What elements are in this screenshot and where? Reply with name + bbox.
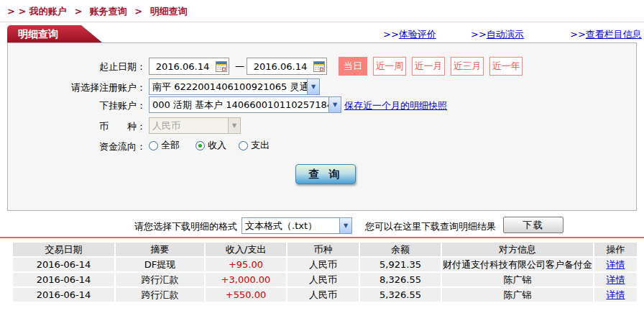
radio-icon[interactable]: [149, 141, 158, 150]
sub-account-value: 000 活期 基本户 1406600101102571848: [150, 99, 328, 112]
cell-summary: 跨行汇款: [116, 273, 204, 286]
breadcrumb: > > 我的账户 > 账务查询 > 明细查询: [7, 5, 188, 18]
col-header-date: 交易日期: [13, 243, 114, 256]
detail-link[interactable]: 详情: [607, 274, 625, 285]
breadcrumb-prefix: > >: [7, 6, 26, 17]
flow-option-label: 支出: [251, 139, 270, 152]
currency-value: 人民币: [150, 119, 228, 132]
date-from-input[interactable]: 2016.06.14: [149, 58, 229, 75]
date-to-value: 2016.06.14: [247, 61, 313, 72]
download-format-value: 文本格式（.txt）: [242, 220, 339, 233]
date-to-input[interactable]: 2016.06.14: [247, 58, 327, 75]
flow-option-expense[interactable]: 支出: [239, 139, 270, 152]
currency-select: 人民币 ▼: [149, 117, 241, 134]
cell-date: 2016-06-14: [13, 258, 114, 271]
range-button-month[interactable]: 近一月: [412, 57, 445, 76]
link-label: 查看栏目信息: [586, 29, 642, 40]
chevron-down-icon[interactable]: ▼: [328, 97, 341, 112]
column-info-link[interactable]: >>查看栏目信息: [570, 28, 642, 41]
detail-link[interactable]: 详情: [607, 259, 625, 270]
chevron-down-icon: ▼: [228, 118, 240, 133]
currency-label: 币 种：: [8, 120, 146, 133]
link-prefix: >>: [570, 29, 586, 40]
register-account-label: 请选择注册账户：: [8, 81, 146, 94]
download-format-select[interactable]: 文本格式（.txt） ▼: [242, 217, 352, 234]
breadcrumb-item-my-account[interactable]: 我的账户: [29, 6, 67, 17]
range-button-today[interactable]: 当日: [339, 57, 367, 76]
tab-title: 明细查询: [18, 28, 58, 40]
cell-counterparty: 陈广锦: [442, 273, 593, 286]
cell-summary: DF提现: [116, 258, 204, 271]
save-snapshot-link[interactable]: 保存近一个月的明细快照: [344, 99, 447, 112]
range-button-3months[interactable]: 近三月: [451, 57, 484, 76]
chevron-down-icon[interactable]: ▼: [307, 79, 319, 94]
register-account-value: 南平 6222001406100921065 灵通卡: [150, 81, 307, 94]
sub-account-label: 下挂账户：: [8, 99, 146, 112]
query-button[interactable]: 查 询: [295, 164, 356, 184]
cell-summary: 跨行汇款: [116, 288, 204, 302]
breadcrumb-item-detail-query[interactable]: 明细查询: [150, 6, 188, 17]
breadcrumb-separator: >: [134, 6, 142, 17]
chevron-down-icon[interactable]: ▼: [339, 218, 351, 233]
flow-option-all[interactable]: 全部: [149, 139, 180, 152]
radio-icon[interactable]: [239, 141, 248, 150]
col-header-action: 操作: [594, 243, 637, 256]
experience-review-link[interactable]: >>体验评价: [383, 28, 436, 41]
flow-option-income[interactable]: 收入: [196, 139, 226, 152]
download-result-label: 您可以在这里下载查询明细结果: [365, 220, 496, 233]
download-button[interactable]: 下载: [503, 217, 564, 233]
table-row: 2016-06-14 DF提现 +95.00 人民币 5,921.35 财付通支…: [13, 258, 637, 271]
cell-counterparty: 财付通支付科技有限公司客户备付金: [442, 258, 593, 271]
tab-detail-query[interactable]: 明细查询: [7, 25, 102, 42]
cell-date: 2016-06-14: [13, 273, 114, 286]
register-account-select[interactable]: 南平 6222001406100921065 灵通卡 ▼: [149, 78, 320, 95]
link-prefix: >>: [471, 29, 487, 40]
table-row: 2016-06-14 跨行汇款 +550.00 人民币 5,326.55 陈广锦…: [13, 288, 637, 302]
detail-link[interactable]: 详情: [607, 289, 625, 300]
range-button-year[interactable]: 近一年: [489, 57, 523, 76]
table-row: 2016-06-14 跨行汇款 +3,000.00 人民币 8,326.55 陈…: [13, 273, 637, 286]
col-header-balance: 余额: [360, 243, 441, 256]
table-top-divider: [0, 237, 644, 238]
cell-amount: +550.00: [206, 288, 286, 302]
date-from-value: 2016.06.14: [150, 61, 216, 72]
col-header-summary: 摘要: [116, 243, 204, 256]
calendar-icon[interactable]: [216, 61, 227, 72]
link-label: 自动演示: [487, 29, 524, 40]
cell-balance: 5,921.35: [360, 258, 441, 271]
link-prefix: >>: [383, 29, 399, 40]
cell-currency: 人民币: [288, 273, 359, 286]
date-separator: —: [235, 60, 244, 71]
sub-account-select[interactable]: 000 活期 基本户 1406600101102571848 ▼: [149, 96, 341, 113]
flow-direction-label: 资金流向：: [8, 140, 146, 153]
calendar-icon[interactable]: [313, 61, 325, 72]
download-format-label: 请您选择下载明细的格式: [93, 220, 237, 233]
table-header-row: 交易日期 摘要 收入/支出 币种 余额 对方信息 操作: [13, 243, 637, 256]
radio-icon[interactable]: [196, 141, 205, 150]
date-range-label: 起止日期：: [8, 60, 146, 73]
breadcrumb-item-account-query[interactable]: 账务查询: [90, 6, 127, 17]
col-header-amount: 收入/支出: [206, 243, 286, 256]
cell-amount: +3,000.00: [206, 273, 286, 286]
flow-option-label: 全部: [161, 139, 180, 152]
auto-demo-link[interactable]: >>自动演示: [471, 28, 524, 41]
link-label: 体验评价: [399, 29, 436, 40]
cell-balance: 8,326.55: [360, 273, 441, 286]
range-button-week[interactable]: 近一周: [373, 57, 406, 76]
cell-date: 2016-06-14: [13, 288, 114, 302]
cell-balance: 5,326.55: [360, 288, 441, 302]
col-header-counterparty: 对方信息: [442, 243, 593, 256]
cell-currency: 人民币: [288, 288, 359, 302]
transaction-table: 交易日期 摘要 收入/支出 币种 余额 对方信息 操作 2016-06-14 D…: [12, 241, 638, 303]
breadcrumb-divider: [0, 22, 644, 22]
cell-currency: 人民币: [288, 258, 359, 271]
col-header-currency: 币种: [288, 243, 359, 256]
query-form-panel: 起止日期： 2016.06.14 — 2016.06.14: [7, 42, 637, 211]
breadcrumb-separator: >: [74, 6, 82, 17]
detail-query-page: > > 我的账户 > 账务查询 > 明细查询 明细查询 >>体验评价 >>自动演…: [0, 0, 644, 316]
cell-counterparty: 陈广锦: [442, 288, 593, 302]
cell-amount: +95.00: [206, 258, 286, 271]
flow-option-label: 收入: [208, 139, 226, 152]
